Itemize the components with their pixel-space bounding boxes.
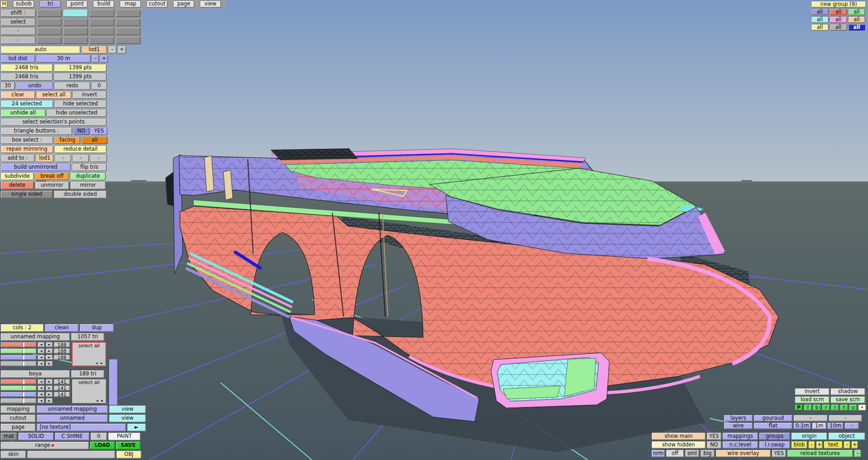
flat-button[interactable]: flat bbox=[754, 422, 793, 429]
group-all-button[interactable]: all bbox=[811, 16, 829, 23]
hide-unselected-button[interactable]: hide unselected bbox=[47, 109, 107, 117]
blob-plus-button[interactable]: + bbox=[816, 441, 823, 449]
slider-right-arrow[interactable]: ► bbox=[46, 385, 53, 391]
blob-minus-button[interactable]: - bbox=[808, 441, 815, 449]
repair-mirroring-button[interactable]: repair mirroring bbox=[0, 145, 53, 153]
proj-dot-button[interactable]: • bbox=[858, 404, 866, 411]
alpha-channel-slider[interactable] bbox=[0, 398, 37, 403]
proj-b-button[interactable]: b bbox=[813, 404, 821, 411]
grid-cell[interactable] bbox=[89, 27, 114, 35]
menu-h-button[interactable]: H bbox=[0, 0, 8, 8]
subdivide-button[interactable]: subdivide bbox=[0, 172, 34, 180]
grid-cell[interactable] bbox=[89, 9, 114, 17]
obj-button[interactable]: OBJ bbox=[116, 451, 142, 459]
grid-cell[interactable] bbox=[37, 36, 62, 44]
menu-map[interactable]: map bbox=[120, 0, 141, 8]
grid-cell[interactable] bbox=[37, 18, 62, 26]
green-channel-slider[interactable] bbox=[0, 385, 37, 391]
grid-cell[interactable] bbox=[63, 18, 88, 26]
blue-channel-slider[interactable] bbox=[0, 392, 37, 397]
slider-right-arrow[interactable]: ► bbox=[46, 348, 53, 354]
group-all-button[interactable]: all bbox=[830, 9, 847, 15]
cols-button[interactable]: cols : 2 bbox=[0, 324, 44, 332]
grid-cell[interactable] bbox=[115, 18, 141, 26]
group-all-button[interactable]: all bbox=[811, 24, 829, 31]
slider-right-arrow[interactable]: ► bbox=[46, 361, 53, 366]
save-button[interactable]: SAVE bbox=[116, 441, 141, 450]
add-to-slot[interactable]: - bbox=[55, 154, 71, 162]
hide-selected-button[interactable]: hide selected bbox=[54, 100, 107, 108]
nrm-big-button[interactable]: big bbox=[700, 450, 715, 457]
blue-channel-slider[interactable] bbox=[0, 355, 37, 360]
nc-level-button[interactable]: n.c.level bbox=[722, 441, 758, 449]
menu-cutout[interactable]: cutout bbox=[146, 0, 168, 8]
range-button[interactable]: range✱ bbox=[0, 441, 89, 450]
slider-right-arrow[interactable]: ► bbox=[46, 379, 53, 384]
grid-cell[interactable] bbox=[37, 9, 62, 17]
delete-button[interactable]: delete bbox=[0, 181, 34, 190]
slider-right-arrow[interactable]: ► bbox=[46, 355, 53, 360]
grid-cell[interactable] bbox=[89, 18, 114, 26]
grid-cell[interactable] bbox=[115, 36, 141, 44]
duplicate-button[interactable]: duplicate bbox=[70, 172, 106, 180]
shift-label[interactable]: shift : bbox=[0, 9, 36, 17]
invert-shadow-button[interactable]: invert bbox=[795, 388, 830, 395]
proj-l-button[interactable]: l bbox=[831, 404, 839, 411]
lod-plus-button[interactable]: + bbox=[118, 46, 126, 54]
material-select-all[interactable]: select all ◄ ► bbox=[72, 342, 106, 366]
slider-left-arrow[interactable]: ◄ bbox=[38, 392, 45, 397]
menu-page[interactable]: page bbox=[173, 0, 194, 8]
green-value[interactable]: 141 bbox=[54, 385, 70, 391]
add-to-slot[interactable]: - bbox=[90, 154, 107, 162]
proj-p-button[interactable]: P bbox=[795, 404, 803, 411]
mapping-view-button[interactable]: view bbox=[109, 405, 146, 413]
nrm-sml-button[interactable]: sml bbox=[685, 450, 699, 457]
mappings-button[interactable]: mappings bbox=[722, 432, 758, 440]
page-arrows[interactable]: ◄ ► bbox=[95, 361, 105, 365]
double-sided-button[interactable]: double sided bbox=[54, 190, 107, 199]
dist-1m-button-active[interactable]: 1m bbox=[812, 422, 826, 429]
page-next-arrow[interactable]: ► bbox=[127, 423, 146, 432]
gouraud-button[interactable]: gouraud bbox=[754, 415, 793, 422]
mat-paint-button[interactable]: PAINT bbox=[108, 432, 141, 441]
text-button[interactable]: text bbox=[824, 441, 843, 449]
proj-r-button[interactable]: r bbox=[822, 404, 830, 411]
redo-button[interactable]: redo bbox=[54, 82, 90, 90]
layer-slot[interactable]: - bbox=[829, 415, 862, 422]
show-hidden-button[interactable]: show hidden bbox=[651, 441, 706, 449]
grid-cell[interactable] bbox=[115, 9, 141, 17]
slider-left-arrow[interactable]: ◄ bbox=[38, 385, 45, 391]
load-scm-button[interactable]: load scm bbox=[795, 396, 830, 403]
menu-tri-active[interactable]: tri bbox=[40, 0, 61, 8]
reduce-detail-button[interactable]: reduce detail bbox=[54, 145, 107, 153]
reload-slot[interactable]: - bbox=[854, 450, 861, 457]
triangle-buttons-yes[interactable]: YES bbox=[90, 127, 108, 135]
show-main-state[interactable]: YES bbox=[707, 432, 722, 440]
slider-left-arrow[interactable]: ◄ bbox=[38, 379, 45, 384]
mat-solid-button[interactable]: SOLID bbox=[18, 432, 54, 441]
materials-scrollbar[interactable] bbox=[109, 359, 118, 405]
red-channel-slider[interactable] bbox=[0, 379, 37, 384]
box-select-all[interactable]: all bbox=[81, 136, 108, 144]
mapping-name-button[interactable]: unnamed mapping bbox=[37, 405, 108, 413]
cutout-name-button[interactable]: unnamed bbox=[37, 414, 108, 422]
dist-01m-button[interactable]: 0.1m bbox=[793, 422, 811, 429]
red-value[interactable]: 188 bbox=[54, 342, 70, 347]
layers-button[interactable]: layers bbox=[724, 415, 753, 422]
auto-button[interactable]: auto bbox=[0, 46, 80, 54]
clear-button[interactable]: clear bbox=[0, 91, 35, 99]
break-off-button[interactable]: break off bbox=[35, 172, 69, 180]
menu-subob[interactable]: subob bbox=[13, 0, 34, 8]
shadow-button[interactable]: shadow bbox=[830, 388, 865, 395]
group-all-button[interactable]: all bbox=[830, 16, 847, 23]
dash-row-label[interactable]: - bbox=[0, 27, 36, 35]
groups-button[interactable]: groups bbox=[759, 432, 790, 440]
slider-left-arrow[interactable]: ◄ bbox=[38, 342, 45, 347]
undo-button[interactable]: undo bbox=[16, 82, 53, 90]
material-select-all[interactable]: select all ◄ ► bbox=[72, 379, 106, 403]
layer-slot[interactable]: - bbox=[793, 415, 828, 422]
wire-button[interactable]: wire bbox=[724, 422, 753, 429]
group-all-button[interactable]: all bbox=[811, 9, 829, 15]
slider-left-arrow[interactable]: ◄ bbox=[38, 398, 45, 403]
text-minus-button[interactable]: - bbox=[844, 441, 850, 449]
